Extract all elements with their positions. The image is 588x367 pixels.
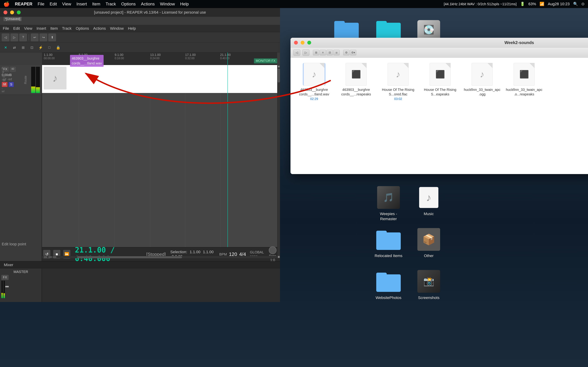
fb-file-6[interactable]: ⬛ huckfinn_33_twain_apc.o...reapeaks — [506, 63, 543, 101]
toolbar-redo[interactable]: ↪ — [40, 33, 47, 41]
inf-left: -inf — [2, 78, 6, 81]
toolbar2-ripple[interactable]: ⇄ — [10, 44, 18, 51]
reaper-title: [unsaved project] - REAPER v6.13/64 - Li… — [24, 10, 277, 15]
master-fader-thumb[interactable] — [5, 286, 9, 287]
toolbar2-dynamics[interactable]: ⚡ — [37, 44, 44, 51]
fb-cover-view[interactable]: ⧈ — [333, 50, 340, 55]
spotlight-icon[interactable]: ⊙ — [581, 2, 585, 6]
mini-btn2[interactable] — [48, 256, 52, 258]
file-browser-window: Week2-sounds ◁ ▷ ⊞ ≡ ⊟ ⧈ ⚙ ⚙▾ ⬆ ⬛ 🔍 — [291, 38, 588, 174]
v-scrollbar[interactable]: ▲ ▼ — [277, 65, 280, 258]
fb-minimize-button[interactable] — [301, 41, 304, 45]
mini-btn3[interactable] — [53, 256, 56, 258]
fb-file-3[interactable]: ♪ House Of The Rising S...ored.flac 03:0… — [380, 63, 416, 101]
menubar-edit[interactable]: Edit — [50, 1, 57, 7]
menu-window[interactable]: Window — [110, 26, 124, 31]
menu-insert[interactable]: Insert — [37, 26, 46, 31]
monitor-fx-button[interactable]: MONITOR FX — [254, 58, 277, 63]
toolbar2-cursor[interactable]: ✕ — [2, 44, 9, 51]
track-content-area[interactable]: ♪ — [42, 65, 277, 258]
marker-3: 13.1.000:24:00 — [150, 53, 161, 60]
toolbar-fwd[interactable]: ▷ — [10, 33, 18, 41]
toolbar2-grid[interactable]: ⊞ — [19, 44, 27, 51]
desktop-icon-music[interactable]: ♪ Music — [411, 185, 446, 217]
mixer-tab[interactable]: Mixer — [2, 262, 15, 268]
reaper-window: [unsaved project] - REAPER v6.13/64 - Li… — [0, 8, 280, 302]
menubar-file[interactable]: File — [38, 1, 44, 7]
music-note-5: ♪ — [480, 69, 484, 80]
menu-file[interactable]: File — [3, 26, 9, 31]
website-photos-icon — [376, 269, 401, 294]
fb-file-2[interactable]: ⬛ 463903__burghre cords__...reapeaks — [338, 63, 374, 101]
minimize-button[interactable] — [10, 10, 14, 14]
mute-button[interactable]: M — [2, 82, 8, 87]
h-scrollbar[interactable] — [42, 256, 277, 258]
rate-knob[interactable] — [269, 246, 277, 254]
master-fx-btn[interactable]: FX — [1, 275, 9, 280]
toolbar2-snap[interactable]: ⊡ — [28, 44, 36, 51]
desktop-icon-relocated[interactable]: Relocated Items — [371, 227, 406, 259]
menu-edit[interactable]: Edit — [13, 26, 20, 31]
fb-icon-view[interactable]: ⊞ — [313, 50, 319, 55]
menu-help[interactable]: Help — [128, 26, 136, 31]
menu-actions[interactable]: Actions — [93, 26, 106, 31]
v-scrollbar-thumb[interactable] — [277, 68, 280, 83]
menubar-insert[interactable]: Insert — [77, 1, 87, 7]
screenshots-icon: 📸 — [416, 269, 441, 294]
toolbar-undo[interactable]: ↩ — [31, 33, 38, 41]
menubar-help[interactable]: Help — [180, 1, 189, 7]
gridline-4 — [185, 65, 185, 258]
fb-file-5[interactable]: ♪ huckfinn_33_twain_apc.ogg — [464, 63, 501, 101]
fb-back-button[interactable]: ◁ — [293, 50, 300, 56]
toolbar2-lock[interactable]: 🔒 — [54, 44, 62, 51]
master-fader-track[interactable] — [6, 281, 9, 298]
menubar-item[interactable]: Item — [92, 1, 100, 7]
folder-shape-website — [376, 271, 401, 292]
menubar-options[interactable]: Options — [121, 1, 136, 7]
fb-list-view[interactable]: ≡ — [320, 50, 326, 55]
fb-file-4[interactable]: ⬛ House Of The Rising S...eapeaks — [422, 63, 458, 101]
menu-view[interactable]: View — [24, 26, 32, 31]
desktop-icon-weepies[interactable]: 🎵 Weepies - Remaster — [371, 185, 406, 221]
menubar-view[interactable]: View — [62, 1, 71, 7]
toolbar-up[interactable]: ⬆ — [48, 33, 56, 41]
fb-forward-button[interactable]: ▷ — [303, 50, 309, 56]
v-scroll-up[interactable]: ▲ — [278, 65, 280, 67]
menu-options[interactable]: Options — [76, 26, 89, 31]
io-button[interactable]: IO — [10, 67, 16, 72]
toolbar-info[interactable]: ? — [19, 33, 27, 41]
maximize-button[interactable] — [17, 10, 21, 14]
fb-settings-btn[interactable]: ⚙ — [343, 50, 349, 55]
toolbar-back[interactable]: ◁ — [2, 33, 9, 41]
desktop-icon-screenshots[interactable]: 📸 Screenshots — [411, 269, 446, 300]
menubar-reaper[interactable]: REAPER — [15, 1, 32, 7]
fb-column-view[interactable]: ⊟ — [327, 50, 333, 55]
v-scroll-down[interactable]: ▼ — [278, 256, 280, 258]
mini-btn1[interactable] — [44, 256, 47, 258]
menubar-actions[interactable]: Actions — [141, 1, 155, 7]
toolbar2-loop[interactable]: □ — [45, 44, 53, 51]
fb-maximize-button[interactable] — [307, 41, 311, 45]
menubar: 🍎 REAPER File Edit View Insert Item Trac… — [0, 0, 588, 8]
menubar-window[interactable]: Window — [160, 1, 175, 7]
fb-close-button[interactable] — [294, 41, 298, 45]
music-icon: ♪ — [416, 185, 441, 210]
solo-button[interactable]: S — [9, 82, 14, 87]
waveform-track[interactable]: ♪ — [42, 65, 277, 93]
fx-button[interactable]: FX — [2, 67, 9, 72]
menubar-track[interactable]: Track — [105, 1, 116, 7]
weepies-label: Weepies - Remaster — [371, 211, 406, 221]
h-scrollbar-thumb[interactable] — [77, 256, 182, 258]
desktop-icon-other[interactable]: 📦 Other — [411, 227, 446, 259]
menu-track[interactable]: Track — [62, 26, 72, 31]
menu-item[interactable]: Item — [50, 26, 58, 31]
fb-file-1[interactable]: ♪ 463903__burghre cords__...tland.wav 02… — [296, 63, 332, 101]
apple-menu[interactable]: 🍎 — [3, 1, 10, 7]
close-button[interactable] — [3, 10, 7, 14]
search-icon[interactable]: 🔍 — [573, 2, 578, 6]
master-channel: MASTER FX — [0, 268, 42, 302]
master-meters — [1, 281, 40, 298]
desktop-icon-website-photos[interactable]: WebsitePhotos — [371, 269, 406, 300]
fb-file-name-5: huckfinn_33_twain_apc.ogg — [464, 87, 501, 96]
fb-settings-btn2[interactable]: ⚙▾ — [350, 50, 356, 55]
